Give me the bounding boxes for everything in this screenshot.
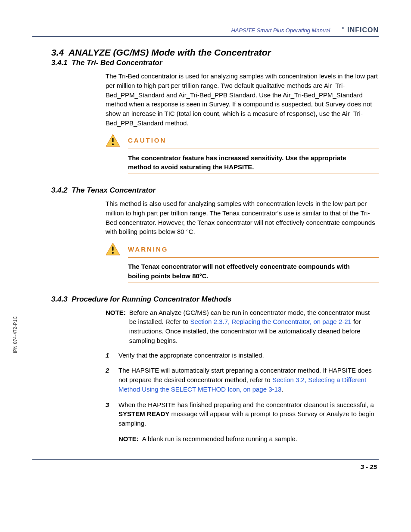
step-number: 3 xyxy=(106,400,112,444)
logo-text: INFICON xyxy=(347,26,379,34)
warning-triangle-icon xyxy=(106,243,120,255)
caution-callout: CAUTION The concentrator feature has inc… xyxy=(106,134,379,174)
heading-3-4-2: 3.4.2 The Tenax Concentrator xyxy=(51,186,379,195)
list-item: 2 The HAPSITE will automatically start p… xyxy=(106,366,379,394)
svg-point-6 xyxy=(112,252,114,254)
warning-body: The Tenax concentrator will not effectiv… xyxy=(128,262,352,281)
heading-3-4: 3.4 ANALYZE (GC/MS) Mode with the Concen… xyxy=(51,47,379,58)
svg-rect-5 xyxy=(112,246,114,251)
ipn-code: IPN 074-472-P1C xyxy=(13,316,18,353)
warning-callout: WARNING The Tenax concentrator will not … xyxy=(106,243,379,283)
header-rule xyxy=(32,36,379,37)
procedure-list: 1 Verify that the appropriate concentrat… xyxy=(106,351,379,444)
page-header: HAPSITE Smart Plus Operating Manual INFI… xyxy=(32,26,379,34)
caution-label: CAUTION xyxy=(128,137,166,144)
caution-body: The concentrator feature has increased s… xyxy=(128,153,352,172)
svg-point-3 xyxy=(112,143,114,145)
body-3-4-2: This method is also used for analyzing s… xyxy=(106,199,379,236)
step-body: When the HAPSITE has finished preparing … xyxy=(118,400,379,444)
caution-triangle-icon xyxy=(106,134,120,147)
note-3-4-3: NOTE: Before an Analyze (GC/MS) can be r… xyxy=(106,308,379,345)
inner-note-body: A blank run is recommended before runnin… xyxy=(142,434,297,444)
logo-mark-icon xyxy=(337,26,346,34)
inner-note-label: NOTE: xyxy=(118,434,139,444)
footer-rule xyxy=(32,459,379,460)
list-item: 3 When the HAPSITE has finished preparin… xyxy=(106,400,379,444)
xref-replacing-concentrator[interactable]: Section 2.3.7, Replacing the Concentrato… xyxy=(190,318,351,325)
heading-3-4-3: 3.4.3 Procedure for Running Concentrator… xyxy=(51,295,379,304)
warning-label: WARNING xyxy=(128,246,168,253)
step-body: Verify that the appropriate concentrator… xyxy=(118,351,379,360)
manual-title: HAPSITE Smart Plus Operating Manual xyxy=(231,27,330,34)
svg-rect-2 xyxy=(112,138,114,142)
system-ready-text: SYSTEM READY xyxy=(118,410,169,417)
step-number: 1 xyxy=(106,351,112,360)
caution-rule-bottom xyxy=(128,174,379,174)
step-body: The HAPSITE will automatically start pre… xyxy=(118,366,379,394)
step-number: 2 xyxy=(106,366,112,394)
svg-point-0 xyxy=(342,27,344,29)
list-item: 1 Verify that the appropriate concentrat… xyxy=(106,351,379,360)
note-label: NOTE: xyxy=(106,308,126,345)
body-3-4-1: The Tri-Bed concentrator is used for ana… xyxy=(106,72,379,128)
company-logo: INFICON xyxy=(337,26,379,34)
note-body: Before an Analyze (GC/MS) can be run in … xyxy=(129,308,379,345)
page-number: 3 - 25 xyxy=(32,463,379,470)
heading-3-4-1: 3.4.1 The Tri- Bed Concentrator xyxy=(51,59,379,67)
warning-rule-top xyxy=(128,257,379,258)
warning-rule-bottom xyxy=(128,283,379,283)
caution-rule-top xyxy=(128,149,379,149)
